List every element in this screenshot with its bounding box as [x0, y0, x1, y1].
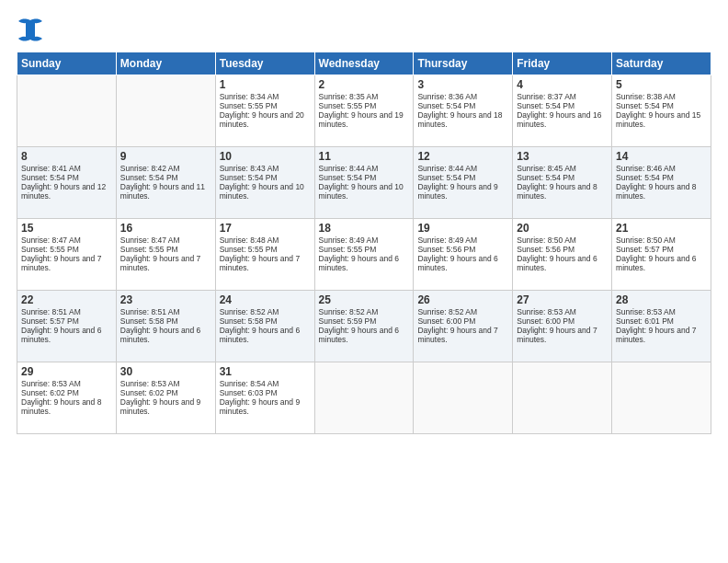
sunset-text: Sunset: 5:56 PM — [517, 245, 574, 254]
day-number: 20 — [517, 222, 608, 235]
daylight-text: Daylight: 9 hours and 8 minutes. — [21, 397, 101, 416]
daylight-text: Daylight: 9 hours and 8 minutes. — [517, 182, 597, 201]
sunset-text: Sunset: 5:59 PM — [319, 316, 377, 326]
calendar-cell: 21Sunrise: 8:50 AMSunset: 5:57 PMDayligh… — [612, 219, 711, 291]
daylight-text: Daylight: 9 hours and 9 minutes. — [417, 182, 497, 201]
day-number: 19 — [417, 222, 508, 235]
calendar-table: SundayMondayTuesdayWednesdayThursdayFrid… — [17, 52, 711, 434]
sunset-text: Sunset: 5:55 PM — [220, 245, 278, 254]
sunset-text: Sunset: 5:54 PM — [517, 173, 574, 182]
day-number: 30 — [120, 365, 211, 378]
calendar-cell: 9Sunrise: 8:42 AMSunset: 5:54 PMDaylight… — [116, 147, 215, 219]
sunrise-text: Sunrise: 8:54 AM — [220, 379, 279, 388]
sunrise-text: Sunrise: 8:51 AM — [120, 307, 180, 316]
calendar-cell: 25Sunrise: 8:52 AMSunset: 5:59 PMDayligh… — [314, 291, 414, 362]
day-number: 18 — [319, 222, 410, 235]
sunrise-text: Sunrise: 8:52 AM — [319, 307, 379, 316]
sunset-text: Sunset: 5:54 PM — [120, 173, 178, 182]
sunrise-text: Sunrise: 8:47 AM — [21, 236, 81, 245]
daylight-text: Daylight: 9 hours and 10 minutes. — [220, 182, 304, 201]
day-number: 8 — [21, 150, 112, 163]
calendar-cell: 30Sunrise: 8:53 AMSunset: 6:02 PMDayligh… — [116, 362, 215, 434]
weekday-header: Monday — [116, 52, 215, 75]
daylight-text: Daylight: 9 hours and 7 minutes. — [21, 254, 101, 272]
day-number: 26 — [417, 293, 508, 306]
day-number: 4 — [517, 78, 608, 91]
day-number: 10 — [220, 150, 311, 163]
daylight-text: Daylight: 9 hours and 19 minutes. — [319, 110, 404, 129]
sunset-text: Sunset: 5:56 PM — [417, 245, 475, 254]
calendar-cell: 28Sunrise: 8:53 AMSunset: 6:01 PMDayligh… — [612, 291, 711, 362]
sunset-text: Sunset: 5:55 PM — [220, 101, 278, 110]
sunset-text: Sunset: 5:54 PM — [21, 173, 79, 182]
sunrise-text: Sunrise: 8:49 AM — [417, 236, 477, 245]
calendar-cell: 5Sunrise: 8:38 AMSunset: 5:54 PMDaylight… — [612, 75, 711, 147]
calendar-week-row: 15Sunrise: 8:47 AMSunset: 5:55 PMDayligh… — [17, 219, 711, 291]
calendar-cell: 20Sunrise: 8:50 AMSunset: 5:56 PMDayligh… — [513, 219, 612, 291]
sunrise-text: Sunrise: 8:42 AM — [120, 164, 180, 173]
sunset-text: Sunset: 5:54 PM — [319, 173, 377, 182]
calendar-cell: 2Sunrise: 8:35 AMSunset: 5:55 PMDaylight… — [314, 75, 414, 147]
sunset-text: Sunset: 5:58 PM — [220, 316, 278, 326]
sunrise-text: Sunrise: 8:50 AM — [517, 236, 576, 245]
calendar-cell: 26Sunrise: 8:52 AMSunset: 6:00 PMDayligh… — [414, 291, 513, 362]
day-number: 21 — [616, 222, 707, 235]
calendar-cell: 27Sunrise: 8:53 AMSunset: 6:00 PMDayligh… — [513, 291, 612, 362]
daylight-text: Daylight: 9 hours and 7 minutes. — [517, 326, 597, 344]
day-number: 17 — [220, 222, 311, 235]
sunset-text: Sunset: 5:54 PM — [417, 173, 475, 182]
sunrise-text: Sunrise: 8:52 AM — [220, 307, 279, 316]
daylight-text: Daylight: 9 hours and 16 minutes. — [517, 110, 601, 129]
sunrise-text: Sunrise: 8:44 AM — [417, 164, 477, 173]
day-number: 5 — [616, 78, 707, 91]
sunset-text: Sunset: 5:54 PM — [517, 101, 574, 110]
calendar-cell: 19Sunrise: 8:49 AMSunset: 5:56 PMDayligh… — [414, 219, 513, 291]
daylight-text: Daylight: 9 hours and 20 minutes. — [220, 110, 304, 129]
sunrise-text: Sunrise: 8:53 AM — [517, 307, 576, 316]
weekday-header: Wednesday — [314, 52, 414, 75]
sunset-text: Sunset: 6:02 PM — [120, 388, 178, 397]
daylight-text: Daylight: 9 hours and 6 minutes. — [517, 254, 597, 272]
sunset-text: Sunset: 6:02 PM — [21, 388, 79, 397]
daylight-text: Daylight: 9 hours and 7 minutes. — [220, 254, 300, 272]
calendar-cell — [17, 75, 117, 147]
sunset-text: Sunset: 6:00 PM — [517, 316, 574, 326]
weekday-header: Tuesday — [215, 52, 314, 75]
sunset-text: Sunset: 5:58 PM — [120, 316, 178, 326]
day-number: 3 — [417, 78, 508, 91]
day-number: 27 — [517, 293, 608, 306]
calendar-header-row: SundayMondayTuesdayWednesdayThursdayFrid… — [17, 52, 711, 75]
sunrise-text: Sunrise: 8:37 AM — [517, 92, 576, 101]
daylight-text: Daylight: 9 hours and 6 minutes. — [319, 326, 399, 344]
daylight-text: Daylight: 9 hours and 10 minutes. — [319, 182, 404, 201]
daylight-text: Daylight: 9 hours and 8 minutes. — [616, 182, 696, 201]
sunrise-text: Sunrise: 8:41 AM — [21, 164, 81, 173]
sunrise-text: Sunrise: 8:53 AM — [120, 379, 180, 388]
sunrise-text: Sunrise: 8:50 AM — [616, 236, 676, 245]
calendar-cell: 8Sunrise: 8:41 AMSunset: 5:54 PMDaylight… — [17, 147, 117, 219]
calendar-week-row: 1Sunrise: 8:34 AMSunset: 5:55 PMDaylight… — [17, 75, 711, 147]
day-number: 11 — [319, 150, 410, 163]
sunset-text: Sunset: 6:01 PM — [616, 316, 674, 326]
calendar-cell: 15Sunrise: 8:47 AMSunset: 5:55 PMDayligh… — [17, 219, 117, 291]
page-header — [17, 17, 711, 42]
calendar-cell: 3Sunrise: 8:36 AMSunset: 5:54 PMDaylight… — [414, 75, 513, 147]
calendar-cell — [116, 75, 215, 147]
day-number: 12 — [417, 150, 508, 163]
day-number: 28 — [616, 293, 707, 306]
daylight-text: Daylight: 9 hours and 11 minutes. — [120, 182, 205, 201]
sunrise-text: Sunrise: 8:45 AM — [517, 164, 576, 173]
weekday-header: Friday — [513, 52, 612, 75]
sunset-text: Sunset: 5:54 PM — [417, 101, 475, 110]
sunset-text: Sunset: 5:57 PM — [21, 316, 79, 326]
calendar-cell: 1Sunrise: 8:34 AMSunset: 5:55 PMDaylight… — [215, 75, 314, 147]
sunset-text: Sunset: 5:55 PM — [120, 245, 178, 254]
weekday-header: Saturday — [612, 52, 711, 75]
sunset-text: Sunset: 5:55 PM — [319, 245, 377, 254]
calendar-cell: 31Sunrise: 8:54 AMSunset: 6:03 PMDayligh… — [215, 362, 314, 434]
daylight-text: Daylight: 9 hours and 12 minutes. — [21, 182, 106, 201]
calendar-cell: 18Sunrise: 8:49 AMSunset: 5:55 PMDayligh… — [314, 219, 414, 291]
sunrise-text: Sunrise: 8:52 AM — [417, 307, 477, 316]
calendar-cell: 29Sunrise: 8:53 AMSunset: 6:02 PMDayligh… — [17, 362, 117, 434]
daylight-text: Daylight: 9 hours and 15 minutes. — [616, 110, 700, 129]
